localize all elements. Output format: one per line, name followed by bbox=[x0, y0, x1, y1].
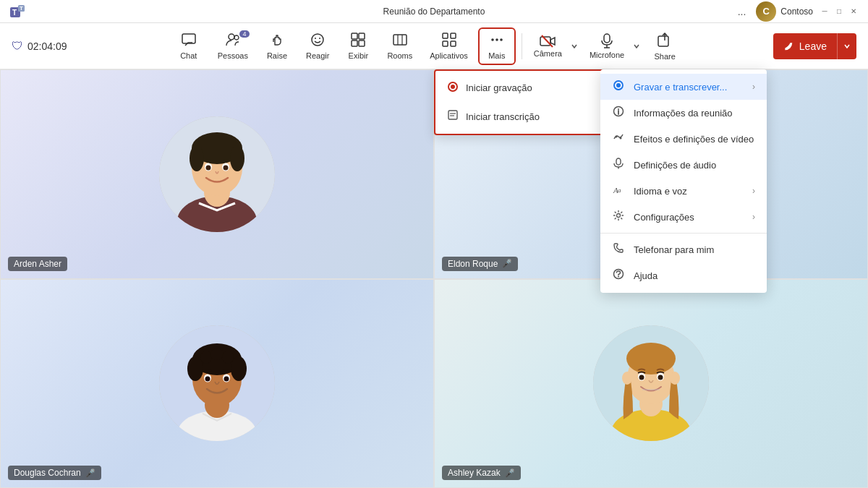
more-button[interactable]: Mais bbox=[478, 27, 516, 65]
leave-button[interactable]: Leave bbox=[773, 33, 856, 59]
svg-point-6 bbox=[234, 35, 239, 40]
svg-point-5 bbox=[229, 34, 234, 40]
apps-icon bbox=[441, 32, 457, 50]
svg-rect-12 bbox=[352, 40, 357, 46]
svg-point-20 bbox=[495, 38, 498, 41]
profile-area: C Contoso bbox=[756, 1, 813, 22]
language-voice-item[interactable]: Aa Idioma e voz › bbox=[600, 178, 767, 204]
participant-name-arden: Arden Asher bbox=[14, 259, 61, 269]
more-dropdown: Gravar e transcrever... › Informações da… bbox=[600, 69, 767, 293]
svg-rect-77 bbox=[448, 111, 457, 119]
name-tag-eldon: Eldon Roque 🎤 bbox=[442, 257, 518, 271]
rooms-button[interactable]: Rooms bbox=[380, 27, 420, 65]
maximize-btn[interactable]: □ bbox=[833, 6, 845, 17]
name-tag-arden: Arden Asher bbox=[8, 257, 67, 271]
svg-point-21 bbox=[500, 38, 503, 41]
svg-point-86 bbox=[620, 137, 622, 140]
svg-point-58 bbox=[210, 348, 224, 360]
settings-gear-icon bbox=[612, 210, 625, 224]
title-bar: T T Reunião do Departamento ... C Contos… bbox=[0, 0, 868, 23]
mic-label: Microfone bbox=[590, 51, 624, 59]
svg-rect-13 bbox=[359, 40, 365, 46]
svg-point-73 bbox=[639, 375, 644, 380]
leave-main-btn[interactable]: Leave bbox=[773, 33, 838, 59]
call-me-item[interactable]: Telefonar para mim bbox=[600, 236, 767, 262]
svg-rect-17 bbox=[443, 41, 448, 46]
start-transcription-item[interactable]: Iniciar transcrição bbox=[435, 102, 606, 131]
apps-button[interactable]: Aplicativos bbox=[422, 27, 475, 65]
help-icon bbox=[612, 268, 625, 283]
raise-icon bbox=[269, 32, 285, 50]
view-button[interactable]: Exibir bbox=[339, 27, 377, 65]
mic-chevron-btn[interactable] bbox=[630, 27, 643, 65]
more-icon bbox=[489, 32, 505, 50]
svg-rect-16 bbox=[451, 33, 456, 38]
start-recording-item[interactable]: Iniciar gravação bbox=[435, 74, 606, 102]
video-cell-3: Douglas Cochran 🎤 bbox=[0, 279, 434, 489]
raise-button[interactable]: Raise bbox=[258, 27, 296, 65]
language-icon: Aa bbox=[612, 184, 625, 198]
svg-rect-15 bbox=[443, 33, 448, 38]
toolbar-left: 🛡 02:04:09 bbox=[12, 40, 98, 53]
avatar[interactable]: C bbox=[756, 1, 776, 22]
svg-point-69 bbox=[622, 372, 632, 385]
mic-button[interactable]: Microfone bbox=[584, 27, 630, 65]
svg-point-84 bbox=[618, 108, 619, 110]
chat-button[interactable]: Chat bbox=[170, 27, 208, 65]
raise-label: Raise bbox=[267, 51, 287, 60]
svg-point-56 bbox=[231, 356, 247, 381]
video-effects-item[interactable]: Efeitos e definições de vídeo bbox=[600, 126, 767, 152]
profile-name: Contoso bbox=[780, 7, 813, 17]
participant-name-eldon: Eldon Roque bbox=[448, 259, 498, 269]
share-icon bbox=[657, 32, 673, 51]
svg-rect-87 bbox=[616, 158, 621, 165]
meeting-timer: 02:04:09 bbox=[27, 40, 67, 52]
leave-arrow-btn[interactable] bbox=[838, 33, 856, 59]
camera-button[interactable]: Câmera bbox=[528, 27, 568, 65]
svg-point-57 bbox=[200, 351, 212, 364]
people-badge: 4 bbox=[239, 30, 250, 38]
share-button[interactable]: Share bbox=[646, 27, 684, 65]
more-options-btn[interactable]: ... bbox=[733, 4, 751, 19]
react-label: Reagir bbox=[306, 51, 329, 60]
svg-point-38 bbox=[224, 165, 229, 170]
view-label: Exibir bbox=[349, 51, 369, 60]
svg-rect-24 bbox=[604, 34, 610, 43]
apps-label: Aplicativos bbox=[430, 51, 468, 60]
audio-settings-label: Definições de áudio bbox=[634, 160, 716, 171]
name-tag-douglas: Douglas Cochran 🎤 bbox=[8, 466, 101, 480]
chat-icon bbox=[181, 32, 197, 50]
meeting-info-item[interactable]: Informações da reunião bbox=[600, 100, 767, 126]
svg-rect-10 bbox=[352, 33, 357, 39]
video-cell-1: Arden Asher bbox=[0, 69, 434, 279]
toolbar-separator bbox=[522, 33, 522, 59]
svg-text:a: a bbox=[618, 187, 621, 194]
close-btn[interactable]: ✕ bbox=[848, 6, 859, 17]
mic-on-icon-ashley: 🎤 bbox=[505, 468, 515, 478]
record-transcribe-item[interactable]: Gravar e transcrever... › bbox=[600, 74, 767, 100]
svg-rect-4 bbox=[182, 34, 195, 43]
effects-icon bbox=[612, 132, 625, 146]
help-item[interactable]: Ajuda bbox=[600, 262, 767, 288]
record-transcribe-icon bbox=[612, 80, 625, 94]
minimize-btn[interactable]: ─ bbox=[819, 6, 830, 17]
svg-point-63 bbox=[224, 377, 229, 382]
view-icon bbox=[350, 32, 366, 50]
audio-settings-item[interactable]: Definições de áudio bbox=[600, 152, 767, 178]
window-title: Reunião do Departamento bbox=[383, 7, 485, 17]
people-label: Pessoas bbox=[218, 51, 248, 60]
camera-label: Câmera bbox=[534, 49, 562, 58]
participant-name-ashley: Ashley Kazak bbox=[448, 468, 501, 478]
info-icon bbox=[612, 106, 625, 120]
camera-chevron-btn[interactable] bbox=[568, 27, 581, 65]
avatar-arden bbox=[159, 116, 275, 232]
svg-point-55 bbox=[187, 356, 203, 381]
svg-point-9 bbox=[319, 38, 320, 39]
toolbar: 🛡 02:04:09 Chat 4 Pessoas bbox=[0, 23, 868, 69]
svg-point-93 bbox=[618, 276, 619, 278]
react-button[interactable]: Reagir bbox=[299, 27, 336, 65]
svg-point-74 bbox=[658, 375, 663, 380]
people-button[interactable]: 4 Pessoas bbox=[210, 27, 255, 65]
svg-rect-22 bbox=[540, 37, 550, 46]
settings-item[interactable]: Configurações › bbox=[600, 204, 767, 230]
